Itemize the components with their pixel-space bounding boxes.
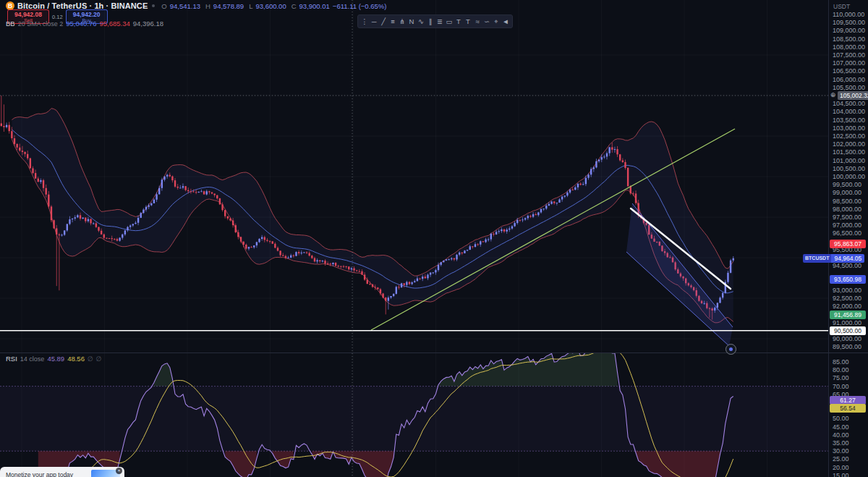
ad-banner[interactable]: Monetize your app today ×: [0, 467, 124, 477]
sell-price: 94,942.08: [8, 11, 48, 18]
bb-upper-value: 95,685.34: [100, 20, 130, 28]
last-price-value: 94,964.05: [831, 254, 864, 263]
rsi-params: 14 close: [20, 355, 45, 363]
fib-retracement-tool-icon[interactable]: ≣: [435, 17, 444, 26]
price-axis[interactable]: USDT 110,000.00109,500.00109,000.00108,5…: [828, 0, 868, 477]
elliott-wave-tool-icon[interactable]: Ν: [407, 17, 416, 26]
price-tick-label: 106,000.00: [833, 76, 865, 83]
price-tick-label: 97,000.00: [833, 221, 861, 229]
last-price-label: BTCUSDT94,964.05: [803, 254, 864, 263]
price-tick-label: 99,000.00: [833, 189, 861, 196]
cursor-tool-icon[interactable]: ─: [370, 17, 378, 26]
open-value: 94,541.13: [170, 2, 200, 10]
high-value: 94,578.89: [213, 2, 244, 10]
price-tick-label: 107,000.00: [833, 59, 865, 67]
rectangle-tool-icon[interactable]: ▭: [445, 17, 454, 26]
price-tick-label: 98,000.00: [833, 206, 861, 213]
price-tick-label: 97,500.00: [833, 214, 861, 221]
price-tick-label: 91,000.00: [833, 319, 861, 326]
close-value: 93,900.01: [299, 2, 330, 10]
pane-separator[interactable]: [0, 353, 868, 353]
pitchfork-tool-icon[interactable]: ⋔: [398, 17, 407, 26]
parallel-lines-tool-icon[interactable]: ≡: [388, 17, 397, 26]
price-tick-label: 89,500.00: [833, 343, 861, 350]
rsi-value: 45.89: [47, 355, 64, 363]
last-price-symbol-pill: BTCUSDT: [803, 254, 831, 263]
chart-canvas[interactable]: [0, 0, 828, 477]
price-tick-label: 104,000.00: [833, 108, 865, 115]
price-tick-label: 100,000.00: [833, 173, 865, 180]
price-tick-label: 94,500.00: [833, 262, 861, 269]
rsi-tick-label: 50.00: [833, 415, 849, 422]
pen-tool-icon[interactable]: ∽: [482, 17, 491, 26]
rsi-label-rsi-ma-value: 56.54: [830, 404, 866, 413]
anchored-text-tool-icon[interactable]: T: [464, 17, 472, 26]
bb-name: BB: [6, 20, 15, 28]
price-tick-label: 104,500.00: [833, 100, 865, 107]
rsi-tick-label: 35.00: [833, 439, 849, 447]
rsi-tick-label: 25.00: [833, 455, 849, 463]
price-tick-label: 103,000.00: [833, 124, 865, 132]
price-tick-label: 98,500.00: [833, 198, 861, 205]
high-label: H: [205, 2, 210, 10]
rsi-tick-label: 40.00: [833, 431, 849, 439]
price-tick-label: 103,500.00: [833, 117, 865, 124]
rsi-tick-label: 80.00: [833, 366, 849, 373]
price-tick-label: 101,500.00: [833, 148, 865, 156]
drawing-toolbar: ⋮─╱≡⋔Ν∿∥≣▭TT≈∽⌖◄: [357, 14, 513, 28]
price-tick-label: 96,500.00: [833, 229, 861, 237]
bb-indicator-legend[interactable]: BB 20 SMA close 2 95,040.76 95,685.34 94…: [6, 20, 163, 28]
price-label-stop-level: 95,863.07: [830, 240, 866, 248]
rsi-tick-label: 20.00: [833, 464, 849, 471]
bb-basis-value: 95,040.76: [66, 20, 96, 28]
price-tick-label: 105,500.00: [833, 84, 865, 91]
symbol-status-dot-icon: [152, 4, 155, 7]
rsi-name: RSI: [6, 355, 17, 363]
price-axis-currency-label: USDT: [833, 3, 850, 10]
trend-line-tool-icon[interactable]: ╱: [379, 17, 388, 26]
ad-thumbnail-image: ×: [91, 470, 120, 477]
price-tick-label: 110,000.00: [833, 11, 864, 18]
price-tick-label: 92,500.00: [833, 295, 861, 302]
price-tick-label: 100,500.00: [833, 165, 865, 172]
drag-handle[interactable]: ⋮: [360, 17, 369, 26]
price-label-order-level: 93,650.98: [830, 275, 866, 284]
price-tick-label: 109,000.00: [833, 27, 865, 34]
ad-close-icon[interactable]: ×: [116, 468, 122, 474]
rsi-tick-label: 85.00: [833, 358, 849, 366]
rsi-tick-label: 15.00: [833, 472, 849, 477]
price-label-target-level: 91,456.89: [830, 311, 866, 319]
price-tick-label: 106,500.00: [833, 67, 865, 75]
close-label: C: [292, 2, 297, 10]
change-value: −611.11 (−0.65%): [333, 2, 387, 10]
rsi-tick-label: 70.00: [833, 383, 849, 390]
rsi-indicator-legend[interactable]: RSI 14 close 45.89 48.56 ∅ ∅: [6, 355, 102, 363]
collapse-toolbar-button[interactable]: ◄: [501, 17, 510, 26]
price-tick-label: 99,500.00: [833, 181, 861, 188]
parallel-channel-tool-icon[interactable]: ∥: [426, 17, 435, 26]
ad-text: Monetize your app today: [6, 471, 87, 477]
low-value: 93,600.00: [255, 2, 286, 10]
price-tick-label: 90,000.00: [833, 335, 861, 342]
price-label-horizontal-line-level: 90,500.00: [830, 326, 866, 335]
rsi-tick-label: 75.00: [833, 374, 849, 381]
rsi-ma-value: 48.56: [67, 355, 85, 363]
rsi-tick-label: 45.00: [833, 423, 849, 431]
price-tick-label: 102,000.00: [833, 140, 865, 148]
price-tick-label: 102,500.00: [833, 132, 865, 140]
text-tool-icon[interactable]: T: [454, 17, 463, 26]
brush-tool-icon[interactable]: ≈: [473, 17, 482, 26]
open-label: O: [161, 2, 166, 10]
crosshair-price-label: ⊕105,002.32: [829, 91, 868, 100]
drawing-anchor-icon[interactable]: [726, 344, 736, 355]
buy-price: 94,942.20: [67, 11, 107, 18]
bb-params: 20 SMA close 2: [18, 20, 64, 28]
magnet-tool-icon[interactable]: ⌖: [492, 17, 501, 26]
price-tick-label: 109,500.00: [833, 19, 865, 26]
rsi-lower-band-null: ∅: [96, 355, 102, 363]
price-tick-label: 101,000.00: [833, 157, 865, 164]
crosshair-price-value: 105,002.32: [838, 91, 868, 100]
add-alert-plus-icon[interactable]: ⊕: [829, 91, 837, 99]
price-tick-label: 108,500.00: [833, 35, 865, 43]
zigzag-tool-icon[interactable]: ∿: [417, 17, 425, 26]
